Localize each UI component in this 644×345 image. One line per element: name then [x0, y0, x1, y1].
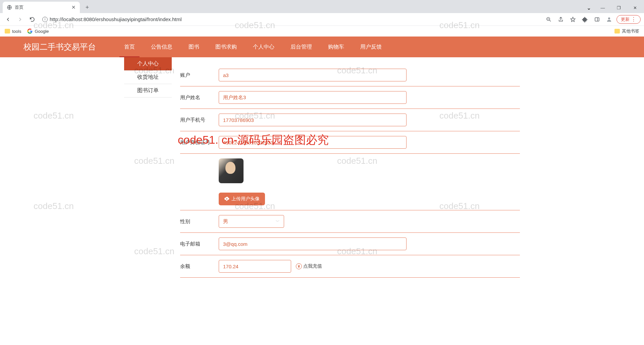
tab-close-icon[interactable]: ✕	[71, 4, 76, 10]
input-idcard[interactable]	[219, 136, 407, 149]
folder-icon	[5, 29, 10, 33]
label-email: 电子邮箱	[180, 241, 219, 247]
profile-sidebar: 个人中心 收货地址 图书订单	[124, 57, 172, 292]
new-tab-button[interactable]: +	[83, 3, 92, 12]
window-maximize-button[interactable]: ❐	[611, 2, 627, 13]
label-gender: 性别	[180, 218, 219, 225]
bookmark-tools[interactable]: tools	[5, 29, 21, 34]
url-text: http://localhost:8080/ershoushujiaoyipin…	[50, 16, 182, 22]
globe-icon	[7, 5, 12, 10]
google-icon	[27, 28, 33, 34]
browser-tab[interactable]: 首页 ✕	[3, 2, 80, 13]
folder-icon	[614, 29, 620, 33]
address-bar: i http://localhost:8080/ershoushujiaoyip…	[0, 13, 644, 26]
svg-rect-2	[595, 17, 599, 21]
recharge-link[interactable]: ¥ 点我充值	[296, 263, 322, 269]
reload-button[interactable]	[28, 15, 37, 24]
input-phone[interactable]	[219, 114, 407, 126]
sidebar-item-address[interactable]: 收货地址	[124, 71, 172, 84]
extensions-icon[interactable]	[580, 15, 590, 24]
profile-icon[interactable]	[604, 15, 614, 24]
share-icon[interactable]	[556, 15, 566, 24]
bookmark-star-icon[interactable]	[568, 15, 578, 24]
input-email[interactable]	[219, 237, 407, 250]
profile-form: 账户 用户姓名 用户手机号 用户身份证号	[172, 57, 520, 292]
site-info-icon[interactable]: i	[42, 17, 48, 22]
sidebar-item-orders[interactable]: 图书订单	[124, 84, 172, 97]
sidebar-item-profile[interactable]: 个人中心	[124, 57, 172, 71]
url-field[interactable]: i http://localhost:8080/ershoushujiaoyip…	[40, 14, 541, 24]
window-minimize-button[interactable]: ―	[595, 2, 610, 13]
bookmark-google[interactable]: Google	[27, 28, 49, 34]
other-bookmarks[interactable]: 其他书签	[614, 28, 639, 34]
svg-point-3	[608, 17, 610, 19]
content-area: 个人中心 收货地址 图书订单 账户 用户姓名 用户手机号 用户身份证号	[124, 57, 520, 292]
sidepanel-icon[interactable]	[592, 15, 602, 24]
select-gender[interactable]: 男﹀	[219, 215, 284, 228]
nav-cart[interactable]: 购物车	[320, 37, 352, 57]
label-name: 用户姓名	[180, 94, 219, 101]
nav-feedback[interactable]: 用户反馈	[352, 37, 390, 57]
site-header: 校园二手书交易平台 首页 公告信息 图书 图书求购 个人中心 后台管理 购物车 …	[0, 37, 644, 57]
forward-button[interactable]	[15, 15, 25, 24]
browser-tab-strip: 首页 ✕ + ⌄ ― ❐ ✕	[0, 0, 644, 13]
label-balance: 余额	[180, 263, 219, 270]
input-balance[interactable]	[219, 260, 291, 273]
label-account: 账户	[180, 72, 219, 78]
label-phone: 用户手机号	[180, 117, 219, 123]
chevron-down-icon: ﹀	[276, 219, 280, 224]
update-button[interactable]: 更新⋮	[616, 15, 641, 24]
nav-home[interactable]: 首页	[116, 37, 143, 57]
window-controls: ⌄ ― ❐ ✕	[587, 2, 644, 13]
tab-title: 首页	[15, 4, 23, 10]
label-idcard: 用户身份证号	[180, 139, 219, 146]
bookmarks-bar: tools Google 其他书签	[0, 26, 644, 37]
nav-wanted[interactable]: 图书求购	[207, 37, 245, 57]
nav-profile[interactable]: 个人中心	[245, 37, 282, 57]
upload-avatar-button[interactable]: 上传用户头像	[219, 193, 265, 205]
nav-admin[interactable]: 后台管理	[282, 37, 320, 57]
nav-books[interactable]: 图书	[180, 37, 207, 57]
main-nav: 首页 公告信息 图书 图书求购 个人中心 后台管理 购物车 用户反馈	[116, 37, 390, 57]
cloud-upload-icon	[224, 196, 229, 202]
input-name[interactable]	[219, 91, 407, 104]
yen-icon: ¥	[296, 263, 302, 269]
back-button[interactable]	[3, 15, 13, 24]
tab-dropdown-icon[interactable]: ⌄	[587, 5, 591, 11]
window-close-button[interactable]: ✕	[627, 2, 643, 13]
avatar-preview	[219, 158, 244, 183]
nav-notice[interactable]: 公告信息	[143, 37, 180, 57]
zoom-icon[interactable]	[544, 15, 553, 24]
site-logo: 校园二手书交易平台	[23, 42, 96, 52]
input-account[interactable]	[219, 69, 407, 81]
